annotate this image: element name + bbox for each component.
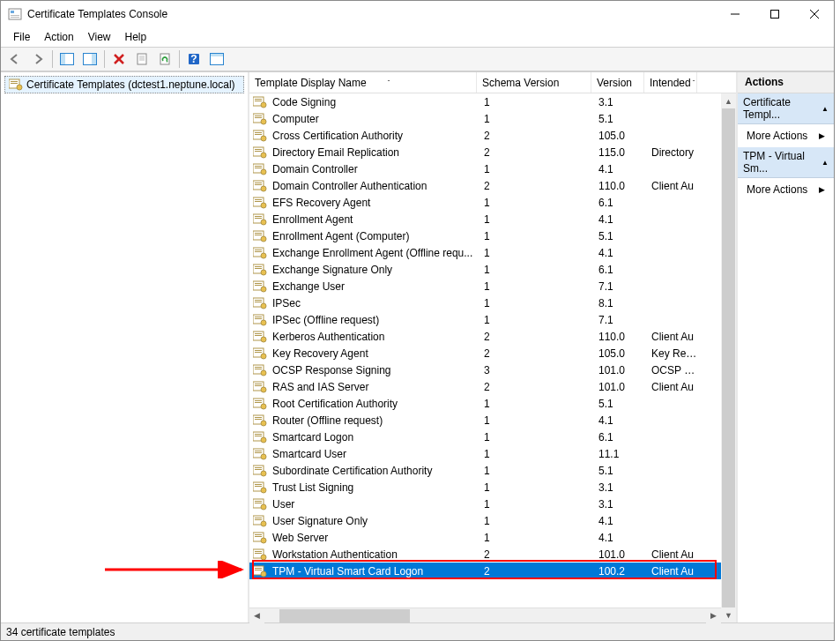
header-intended[interactable]: Intendedˆ xyxy=(644,72,697,93)
cell-schema: 1 xyxy=(480,515,595,527)
refresh-button[interactable] xyxy=(154,49,175,69)
template-row[interactable]: EFS Recovery Agent16.1 xyxy=(249,194,721,211)
menu-file[interactable]: File xyxy=(6,29,37,45)
action-more-actions-2[interactable]: More Actions ▶ xyxy=(738,178,834,201)
menu-help[interactable]: Help xyxy=(118,29,154,45)
svg-rect-116 xyxy=(255,467,262,468)
export-list-button[interactable] xyxy=(206,49,227,69)
svg-point-138 xyxy=(261,555,266,560)
template-row[interactable]: Subordinate Certification Authority15.1 xyxy=(249,462,721,479)
template-row[interactable]: Kerberos Authentication2110.0Client Au xyxy=(249,328,721,345)
template-row[interactable]: Trust List Signing13.1 xyxy=(249,479,721,496)
template-icon xyxy=(253,565,267,578)
tree-root-item[interactable]: Certificate Templates (dctest1.neptune.l… xyxy=(4,76,244,93)
template-icon xyxy=(253,264,267,276)
scroll-right-button[interactable]: ▶ xyxy=(706,608,721,623)
svg-rect-33 xyxy=(255,117,262,118)
cell-intended: Directory xyxy=(648,146,701,159)
template-row[interactable]: Smartcard User111.1 xyxy=(249,445,721,462)
svg-point-118 xyxy=(261,471,266,476)
properties-button[interactable] xyxy=(131,49,152,69)
action-section-tpm[interactable]: TPM - Virtual Sm... ▲ xyxy=(738,147,834,178)
forward-button[interactable] xyxy=(27,49,48,69)
template-icon xyxy=(253,247,267,259)
scroll-up-button[interactable]: ▲ xyxy=(721,93,736,108)
template-row[interactable]: User13.1 xyxy=(249,496,721,512)
template-icon xyxy=(253,230,267,242)
svg-rect-41 xyxy=(255,151,262,152)
template-row[interactable]: TPM - Virtual Smart Card Logon2100.2Clie… xyxy=(249,563,721,579)
template-row[interactable]: User Signature Only14.1 xyxy=(249,512,721,529)
template-row[interactable]: Router (Offline request)14.1 xyxy=(249,412,721,429)
cell-name: Smartcard User xyxy=(269,448,480,460)
template-row[interactable]: OCSP Response Signing3101.0OCSP Sig xyxy=(249,361,721,378)
template-row[interactable]: Directory Email Replication2115.0Directo… xyxy=(249,144,721,160)
show-hide-tree-button[interactable] xyxy=(56,49,78,69)
cell-name: Key Recovery Agent xyxy=(269,347,480,360)
template-icon xyxy=(253,331,267,343)
sort-indicator-icon: ˆ xyxy=(388,78,390,86)
template-row[interactable]: Root Certification Authority15.1 xyxy=(249,395,721,412)
cell-name: Smartcard Logon xyxy=(269,431,480,443)
scroll-down-button[interactable]: ▼ xyxy=(721,607,736,622)
cell-name: Trust List Signing xyxy=(269,481,480,494)
template-row[interactable]: Smartcard Logon16.1 xyxy=(249,429,721,445)
header-version[interactable]: Version xyxy=(591,72,644,93)
template-row[interactable]: Code Signing13.1 xyxy=(249,93,721,110)
tree-root-label: Certificate Templates (dctest1.neptune.l… xyxy=(26,78,235,91)
template-row[interactable]: Exchange User17.1 xyxy=(249,278,721,294)
svg-rect-69 xyxy=(255,268,262,269)
horizontal-scrollbar[interactable]: ◀ ▶ xyxy=(249,607,721,622)
action-section-certificate-templates[interactable]: Certificate Templ... ▲ xyxy=(738,93,834,124)
header-schema-version[interactable]: Schema Version xyxy=(477,72,591,93)
template-row[interactable]: Domain Controller Authentication2110.0Cl… xyxy=(249,177,721,194)
help-button[interactable]: ? xyxy=(183,49,204,69)
action-more-actions-1[interactable]: More Actions ▶ xyxy=(738,124,834,147)
svg-point-70 xyxy=(261,270,266,275)
svg-rect-52 xyxy=(255,199,262,200)
svg-rect-88 xyxy=(255,350,262,351)
close-button[interactable] xyxy=(794,2,834,26)
svg-rect-109 xyxy=(255,436,262,436)
hscroll-thumb[interactable] xyxy=(279,609,410,622)
menu-action[interactable]: Action xyxy=(37,29,80,45)
header-display-name[interactable]: Template Display Nameˆ xyxy=(249,72,477,93)
svg-point-94 xyxy=(261,370,266,376)
template-row[interactable]: Enrollment Agent (Computer)15.1 xyxy=(249,227,721,244)
template-row[interactable]: Exchange Signature Only16.1 xyxy=(249,261,721,278)
svg-rect-100 xyxy=(255,400,262,401)
cell-schema: 1 xyxy=(480,297,595,309)
svg-rect-28 xyxy=(255,99,262,100)
cell-version: 101.0 xyxy=(595,548,648,561)
template-row[interactable]: Workstation Authentication2101.0Client A… xyxy=(249,546,721,563)
template-row[interactable]: RAS and IAS Server2101.0Client Au xyxy=(249,378,721,395)
cell-name: Cross Certification Authority xyxy=(269,130,480,142)
back-button[interactable] xyxy=(4,49,26,69)
template-row[interactable]: Enrollment Agent14.1 xyxy=(249,211,721,227)
template-list[interactable]: Code Signing13.1Computer15.1Cross Certif… xyxy=(249,93,721,607)
svg-point-30 xyxy=(261,102,266,108)
template-icon xyxy=(253,180,267,192)
show-hide-action-button[interactable] xyxy=(79,49,100,69)
template-row[interactable]: Domain Controller14.1 xyxy=(249,160,721,177)
delete-button[interactable] xyxy=(108,49,130,69)
hscroll-track[interactable] xyxy=(264,608,706,623)
vscroll-thumb[interactable] xyxy=(722,108,735,607)
template-row[interactable]: IPSec (Offline request)17.1 xyxy=(249,311,721,328)
cell-version: 105.0 xyxy=(595,347,648,360)
scroll-left-button[interactable]: ◀ xyxy=(249,608,264,623)
cell-name: Enrollment Agent (Computer) xyxy=(269,230,480,242)
maximize-button[interactable] xyxy=(755,2,794,26)
vertical-scrollbar[interactable]: ▲ ▼ xyxy=(721,93,736,622)
template-row[interactable]: Key Recovery Agent2105.0Key Reco xyxy=(249,345,721,361)
template-row[interactable]: IPSec18.1 xyxy=(249,294,721,311)
svg-point-54 xyxy=(261,203,266,208)
template-row[interactable]: Exchange Enrollment Agent (Offline requ.… xyxy=(249,244,721,261)
menu-view[interactable]: View xyxy=(81,29,118,45)
window-controls xyxy=(715,2,834,26)
template-row[interactable]: Cross Certification Authority2105.0 xyxy=(249,127,721,144)
template-row[interactable]: Web Server14.1 xyxy=(249,529,721,546)
cell-version: 3.1 xyxy=(595,96,648,108)
template-row[interactable]: Computer15.1 xyxy=(249,110,721,127)
minimize-button[interactable] xyxy=(715,2,755,26)
